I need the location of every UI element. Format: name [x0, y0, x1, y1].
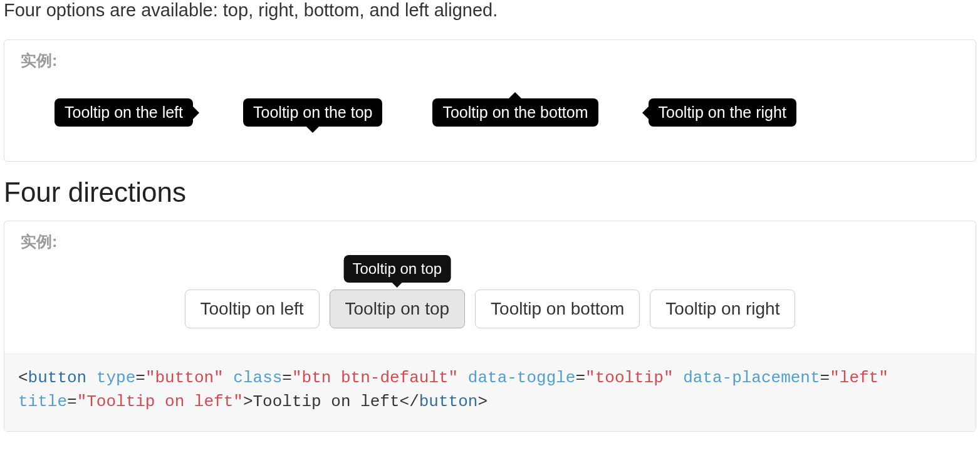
code-attr-type-value: button — [155, 368, 214, 387]
tooltip-right-button[interactable]: Tooltip on right — [650, 290, 795, 328]
tooltip-text: Tooltip on the left — [65, 103, 183, 121]
tooltip-bottom-button[interactable]: Tooltip on bottom — [475, 290, 640, 328]
tooltip-top-demo: Tooltip on the top — [243, 98, 382, 127]
tooltip-right-demo: Tooltip on the right — [649, 98, 796, 127]
code-attr-placement-name: data-placement — [683, 368, 820, 387]
tooltip-text: Tooltip on the bottom — [442, 103, 588, 121]
button-row: Tooltip on left Tooltip on top Tooltip o… — [4, 254, 976, 353]
code-attr-title-name: title — [18, 392, 67, 411]
panel-label: 实例: — [4, 40, 976, 73]
code-attr-type-name: type — [96, 368, 135, 387]
tooltip-buttons-demo-panel: 实例: Tooltip on left Tooltip on top Toolt… — [4, 221, 976, 432]
button-label: Tooltip on right — [665, 299, 779, 318]
tooltip-top-button[interactable]: Tooltip on top Tooltip on top — [330, 290, 466, 328]
intro-text: Four options are available: top, right, … — [4, 0, 976, 21]
section-title-four-directions: Four directions — [4, 177, 976, 208]
code-attr-placement-value: left — [840, 368, 878, 387]
code-attr-class-value: btn btn-default — [302, 368, 449, 387]
code-tag-close: button — [419, 392, 478, 411]
code-attr-title-value: Tooltip on left — [86, 392, 233, 411]
code-attr-toggle-value: tooltip — [595, 368, 664, 387]
button-label: Tooltip on top — [345, 299, 450, 318]
tooltip-static-demo-panel: 实例: Tooltip on the left Tooltip on the t… — [4, 39, 976, 162]
code-example: <button type="button" class="btn btn-def… — [4, 353, 976, 431]
tooltip-text: Tooltip on the right — [659, 103, 786, 121]
tooltip-left-demo: Tooltip on the left — [55, 98, 193, 127]
button-label: Tooltip on bottom — [491, 299, 624, 318]
tooltip-arrow-bottom-icon — [306, 127, 319, 133]
tooltip-left-button[interactable]: Tooltip on left — [185, 290, 320, 328]
tooltip-row: Tooltip on the left Tooltip on the top T… — [4, 73, 976, 161]
tooltip-popover: Tooltip on top — [343, 255, 451, 283]
code-tag-open: button — [28, 368, 87, 387]
tooltip-arrow-top-icon — [509, 92, 521, 98]
tooltip-text: Tooltip on the top — [253, 103, 372, 121]
button-label: Tooltip on left — [201, 299, 304, 318]
tooltip-arrow-right-icon — [193, 107, 199, 119]
code-inner-text: Tooltip on left — [253, 392, 400, 411]
code-attr-class-name: class — [233, 368, 282, 387]
panel-label: 实例: — [4, 221, 976, 254]
tooltip-arrow-left-icon — [642, 107, 649, 119]
code-attr-toggle-name: data-toggle — [468, 368, 576, 387]
tooltip-bottom-demo: Tooltip on the bottom — [432, 98, 598, 127]
